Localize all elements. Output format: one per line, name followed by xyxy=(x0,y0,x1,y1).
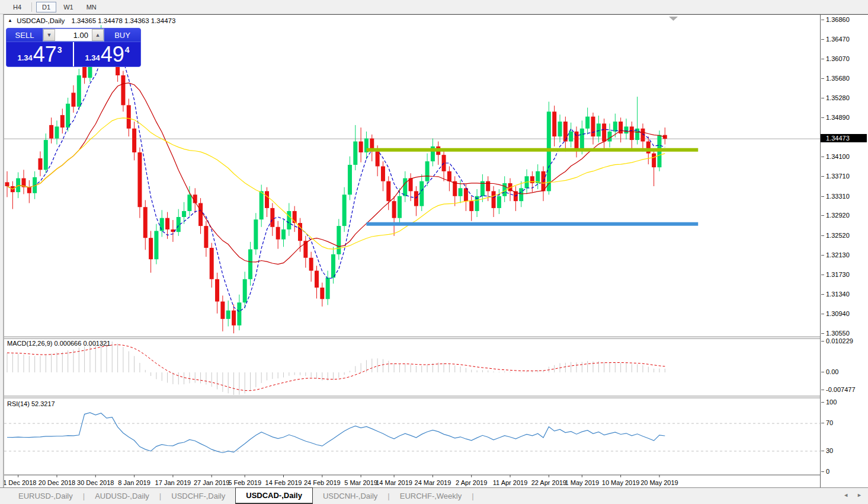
candle-body xyxy=(210,248,214,279)
ma-medium-line xyxy=(7,83,665,264)
volume-decrease-button[interactable]: ▼ xyxy=(43,29,55,41)
candle-body xyxy=(71,92,75,106)
candle-body xyxy=(315,271,319,288)
tab-eurusd[interactable]: EURUSD-,Daily xyxy=(8,488,83,504)
sell-button[interactable]: SELL xyxy=(7,28,43,42)
candle-body xyxy=(243,279,247,302)
candle-body xyxy=(248,249,252,279)
rsi-axis-label: 100 xyxy=(821,398,868,406)
buy-button[interactable]: BUY xyxy=(104,28,140,42)
candle-body xyxy=(386,181,390,202)
chart-tab-bar: EURUSD-,Daily|AUDUSD-,Daily|USDCHF-,Dail… xyxy=(0,487,868,504)
toolbar-separator xyxy=(31,2,32,12)
timeframe-button-w1[interactable]: W1 xyxy=(57,2,79,12)
candle-body xyxy=(232,311,236,326)
candle-body xyxy=(447,171,451,181)
chart-window: 11 Dec 201820 Dec 201830 Dec 20188 Jan 2… xyxy=(3,14,868,487)
ohlc-readout: 1.34365 1.34478 1.34363 1.34473 xyxy=(71,17,175,24)
tab-usdcnh[interactable]: USDCNH-,Daily xyxy=(313,488,387,504)
date-tick-label: 5 Mar 2019 xyxy=(344,479,377,486)
candle-body xyxy=(220,302,225,319)
candle-body xyxy=(60,115,65,127)
timeframe-button-d1[interactable]: D1 xyxy=(36,2,56,12)
scroll-left-icon[interactable]: ◄ xyxy=(843,492,848,498)
price-tick-label: 1.32130 xyxy=(821,251,868,259)
date-tick-label: 11 Apr 2019 xyxy=(493,479,528,486)
candle-body xyxy=(585,117,590,129)
rsi-indicator-label: RSI(14) 52.3217 xyxy=(7,400,55,407)
candle-body xyxy=(160,218,164,231)
candle-body xyxy=(5,182,9,186)
candle-body xyxy=(182,211,186,217)
date-tick-label: 20 May 2019 xyxy=(640,479,678,486)
candle-body xyxy=(359,142,363,152)
timeframe-button-h4[interactable]: H4 xyxy=(7,2,27,12)
date-tick-label: 20 Dec 2018 xyxy=(39,479,75,486)
tab-usdcad[interactable]: USDCAD-,Daily xyxy=(235,487,313,504)
buy-price-prefix: 1.34 xyxy=(85,53,100,62)
tab-usdchf[interactable]: USDCHF-,Daily xyxy=(161,488,235,504)
tab-scroll-controls: ◄► xyxy=(843,492,862,498)
candle-body xyxy=(353,142,357,165)
candle-body xyxy=(558,122,562,136)
candle-body xyxy=(326,277,330,299)
candle-body xyxy=(519,188,523,201)
candle-body xyxy=(149,238,153,259)
collapse-panel-arrow-icon[interactable]: ▲ xyxy=(8,18,12,23)
price-axis[interactable]: 1.368601.364701.360701.356801.352801.348… xyxy=(820,15,868,488)
tab-eurchf[interactable]: EURCHF-,Weekly xyxy=(390,488,472,504)
candle-body xyxy=(215,279,219,302)
candle-body xyxy=(38,158,42,170)
price-tick-label: 1.34100 xyxy=(821,153,868,161)
timeframe-button-mn[interactable]: MN xyxy=(81,2,103,12)
price-tick-label: 1.33710 xyxy=(821,173,868,180)
rsi-axis-label: 70 xyxy=(821,419,868,427)
candle-body xyxy=(320,288,324,299)
date-tick-label: 17 Jan 2019 xyxy=(155,479,191,486)
candle-body xyxy=(331,254,335,277)
date-tick-label: 14 Feb 2019 xyxy=(265,479,302,486)
candle-body xyxy=(497,196,501,208)
sell-price-display[interactable]: 1.34 47 3 xyxy=(7,42,73,66)
candle-body xyxy=(77,75,81,107)
candle-body xyxy=(270,208,274,227)
price-tick-label: 1.31730 xyxy=(821,271,868,279)
buy-price-display[interactable]: 1.34 49 4 xyxy=(74,42,140,66)
candle-body xyxy=(530,176,534,183)
candle-body xyxy=(597,123,601,136)
candle-body xyxy=(309,258,313,271)
date-tick-label: 24 Mar 2019 xyxy=(415,479,451,486)
price-tick-label: 1.32520 xyxy=(821,232,868,240)
chart-title: ▲ USDCAD-,Daily 1.34365 1.34478 1.34363 … xyxy=(8,17,175,24)
candle-body xyxy=(342,194,347,226)
volume-input[interactable]: 1.00 xyxy=(55,29,92,41)
sell-price-big: 47 xyxy=(33,43,57,66)
candle-body xyxy=(613,122,617,132)
candle-body xyxy=(66,104,70,127)
volume-increase-button[interactable]: ▲ xyxy=(92,29,104,41)
candle-body xyxy=(580,129,584,149)
candle-body xyxy=(425,161,430,181)
tab-audusd[interactable]: AUDUSD-,Daily xyxy=(85,488,159,504)
candle-body xyxy=(403,178,407,196)
date-tick-label: 30 Dec 2018 xyxy=(77,479,114,486)
candle-body xyxy=(55,126,59,138)
price-tick-label: 1.35680 xyxy=(821,75,868,82)
current-price-tag: 1.34473 xyxy=(821,134,867,142)
candle-body xyxy=(49,125,53,139)
candle-body xyxy=(398,196,402,218)
candle-body xyxy=(607,132,611,142)
price-chart-canvas[interactable]: 11 Dec 201820 Dec 201830 Dec 20188 Jan 2… xyxy=(4,15,820,488)
candle-body xyxy=(27,187,31,193)
date-axis: 11 Dec 201820 Dec 201830 Dec 20188 Jan 2… xyxy=(4,475,678,486)
macd-axis-label: 0.00 xyxy=(821,368,868,376)
scroll-right-icon[interactable]: ► xyxy=(857,492,862,498)
chart-shift-marker-icon[interactable] xyxy=(669,17,678,21)
date-tick-label: 24 Feb 2019 xyxy=(304,479,341,486)
macd-axis-label: 0.010229 xyxy=(821,337,868,345)
rsi-axis-label: 30 xyxy=(821,447,868,455)
date-tick-label: 8 Jan 2019 xyxy=(118,479,150,486)
candle-body xyxy=(276,227,280,240)
macd-axis-label: -0.007477 xyxy=(821,386,868,394)
candle-body xyxy=(652,154,656,167)
